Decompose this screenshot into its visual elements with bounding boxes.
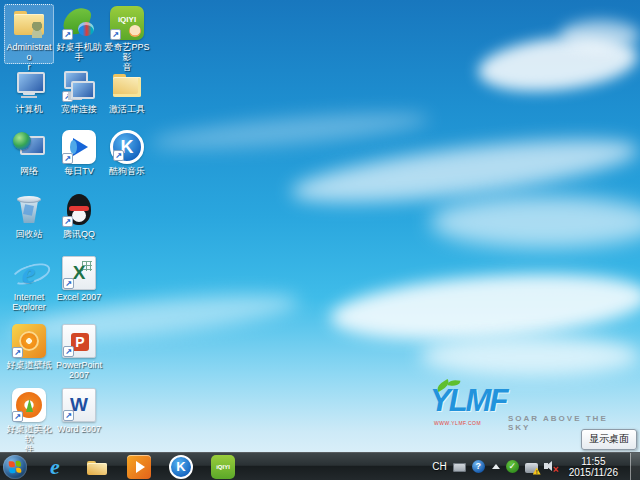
keyboard-icon[interactable] (453, 463, 466, 472)
icon-label: 网络 (5, 166, 53, 176)
icon-label: 激活工具 (103, 104, 151, 114)
taskbar-media-player-icon[interactable] (127, 455, 151, 479)
daily-tv-icon: ↗ (62, 130, 96, 164)
word-icon: W↗ (62, 388, 96, 422)
shortcut-arrow-icon: ↗ (113, 150, 124, 161)
language-indicator[interactable]: CH (432, 461, 446, 472)
internet-explorer-icon: e (12, 256, 46, 290)
desktop-icon-activation-tools[interactable]: 激活工具 (102, 66, 152, 126)
shortcut-arrow-icon: ↗ (62, 91, 73, 102)
tencent-qq-icon: ↗ (62, 193, 96, 227)
shortcut-arrow-icon: ↗ (12, 411, 23, 422)
icon-glyph: e (12, 256, 46, 290)
desktop-icon-word-2007[interactable]: W↗Word 2007 (54, 386, 104, 446)
desktop-icon-haozhuo-phone-assistant[interactable]: ↗好桌手机助手 (54, 4, 104, 64)
desktop-icon-kugou-music[interactable]: K↗酷狗音乐 (102, 128, 152, 188)
user-folder-icon (12, 6, 46, 40)
haozhuodao-wallpaper-icon: ↗ (12, 324, 46, 358)
taskbar-kugou-music-icon[interactable]: K (169, 455, 193, 479)
icon-label: Excel 2007 (55, 292, 103, 302)
clock[interactable]: 11:55 2015/11/26 (563, 456, 624, 478)
desktop-icon-computer[interactable]: 计算机 (4, 66, 54, 126)
shortcut-arrow-icon: ↗ (63, 278, 74, 289)
system-tray: CH ? ✓ × 11:55 2015/11/26 (432, 453, 640, 480)
volume-muted-icon[interactable]: × (544, 460, 557, 473)
shortcut-arrow-icon: ↗ (62, 216, 73, 227)
icon-label: InternetExplorer (5, 292, 53, 312)
icon-label: PowerPoint2007 (55, 360, 103, 380)
icon-label: 好桌道壁纸 (5, 360, 53, 370)
iqiyi-pps-icon: iQIYI↗ (110, 6, 144, 40)
computer-icon (12, 68, 46, 102)
desktop-icon-haozhuodao-wallpaper[interactable]: ↗好桌道壁纸 (4, 322, 54, 382)
icon-label: 酷狗音乐 (103, 166, 151, 176)
broadband-connection-icon: ↗ (62, 68, 96, 102)
taskbar: eKiQIYI CH ? ✓ × 11:55 2015/11/26 (0, 452, 640, 480)
desktop-icon-administrator[interactable]: Administrator (4, 4, 54, 64)
icon-label: 腾讯QQ (55, 229, 103, 239)
date: 2015/11/26 (569, 467, 618, 478)
windows-flag-icon (9, 460, 22, 473)
desktop-icon-daily-tv[interactable]: ↗每日TV (54, 128, 104, 188)
time: 11:55 (569, 456, 618, 467)
ylmf-logo: YLMF WWW.YLMF.COM SOAR ABOVE THE SKY (430, 386, 620, 434)
shortcut-arrow-icon: ↗ (62, 153, 73, 164)
desktop-icon-iqiyi-pps[interactable]: iQIYI↗爱奇艺PPS 影音 (102, 4, 152, 64)
logo-text: YLMF (430, 386, 620, 416)
haozhuo-phone-assistant-icon: ↗ (62, 6, 96, 40)
shortcut-arrow-icon: ↗ (63, 346, 74, 357)
icon-label: 好桌道美化软件 (5, 424, 53, 454)
icon-glyph: K (171, 457, 191, 477)
help-icon[interactable]: ? (472, 460, 485, 473)
icon-label: 计算机 (5, 104, 53, 114)
icon-label: 每日TV (55, 166, 103, 176)
taskbar-internet-explorer-icon[interactable]: e (43, 455, 67, 479)
show-hidden-icons-button[interactable] (491, 460, 500, 473)
desktop-icon-network[interactable]: 网络 (4, 128, 54, 188)
show-desktop-tooltip: 显示桌面 (581, 429, 637, 450)
logo-url: WWW.YLMF.COM (434, 420, 481, 426)
desktop-icon-recycle-bin[interactable]: 回收站 (4, 191, 54, 251)
desktop-icon-broadband-connection[interactable]: ↗宽带连接 (54, 66, 104, 126)
icon-label: Word 2007 (55, 424, 103, 434)
desktop-icon-haozhuodao-beautify[interactable]: ↗好桌道美化软件 (4, 386, 54, 446)
desktop-icon-powerpoint-2007[interactable]: P↗PowerPoint2007 (54, 322, 104, 382)
desktop-wallpaper: Administrator↗好桌手机助手iQIYI↗爱奇艺PPS 影音计算机↗宽… (0, 0, 640, 480)
show-desktop-button[interactable] (630, 453, 640, 480)
icon-label: 宽带连接 (55, 104, 103, 114)
start-button[interactable] (3, 455, 27, 479)
security-ok-icon[interactable]: ✓ (506, 460, 519, 473)
shortcut-arrow-icon: ↗ (12, 347, 23, 358)
shortcut-arrow-icon: ↗ (63, 410, 74, 421)
shortcut-arrow-icon: ↗ (110, 29, 121, 40)
network-warning-icon[interactable] (525, 463, 538, 473)
powerpoint-icon: P↗ (62, 324, 96, 358)
icon-glyph: e (43, 455, 67, 479)
folder-icon (110, 68, 144, 102)
shortcut-arrow-icon: ↗ (62, 29, 73, 40)
taskbar-iqiyi-pps-icon[interactable]: iQIYI (211, 455, 235, 479)
taskbar-windows-explorer-icon[interactable] (85, 455, 109, 479)
icon-label: 好桌手机助手 (55, 42, 103, 62)
recycle-bin-icon (12, 193, 46, 227)
kugou-music-icon: K↗ (110, 130, 144, 164)
icon-label: 回收站 (5, 229, 53, 239)
icon-glyph: iQIYI (211, 455, 235, 479)
haozhuodao-beautify-icon: ↗ (12, 388, 46, 422)
desktop-icon-excel-2007[interactable]: X↗Excel 2007 (54, 254, 104, 314)
desktop-icon-internet-explorer[interactable]: eInternetExplorer (4, 254, 54, 314)
excel-icon: X↗ (62, 256, 96, 290)
network-icon (12, 130, 46, 164)
pinned-apps: eKiQIYI (43, 455, 235, 479)
desktop-icon-tencent-qq[interactable]: ↗腾讯QQ (54, 191, 104, 251)
